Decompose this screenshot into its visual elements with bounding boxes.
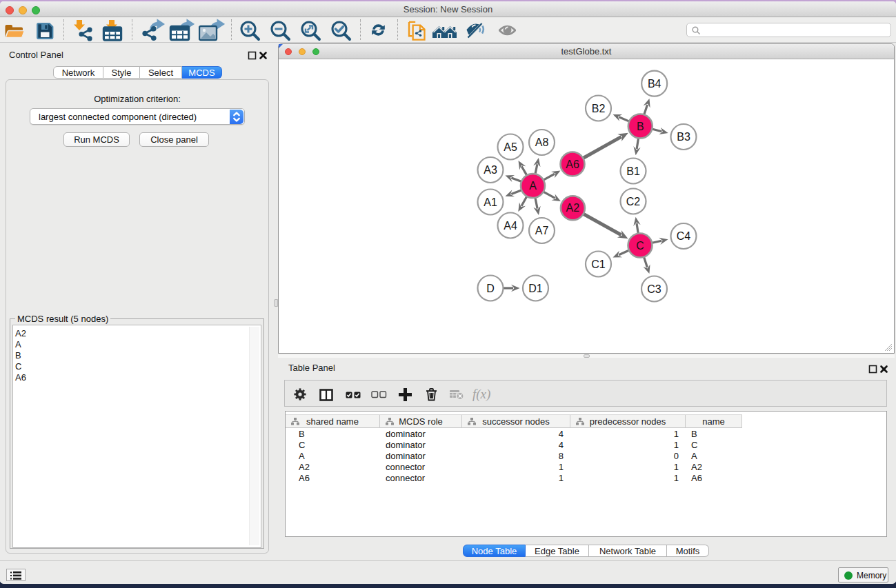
svg-text:A4: A4 <box>504 219 517 231</box>
svg-text:C4: C4 <box>677 230 691 242</box>
svg-text:A2: A2 <box>566 202 580 214</box>
svg-text:B2: B2 <box>592 102 606 114</box>
svg-text:C: C <box>636 239 644 251</box>
svg-text:B: B <box>637 120 644 132</box>
svg-text:C3: C3 <box>647 283 661 294</box>
svg-text:B3: B3 <box>677 131 690 143</box>
svg-text:A3: A3 <box>484 164 497 176</box>
svg-text:C1: C1 <box>591 258 606 270</box>
svg-text:C2: C2 <box>626 195 641 207</box>
svg-text:B1: B1 <box>626 165 640 176</box>
svg-text:A1: A1 <box>484 196 497 207</box>
svg-text:A7: A7 <box>535 225 549 236</box>
svg-text:D1: D1 <box>528 282 543 294</box>
svg-text:A8: A8 <box>535 136 549 148</box>
svg-text:A5: A5 <box>504 141 517 152</box>
svg-text:D: D <box>486 282 495 294</box>
svg-text:A: A <box>529 180 537 192</box>
svg-text:B4: B4 <box>648 77 661 89</box>
svg-text:A6: A6 <box>566 158 579 170</box>
